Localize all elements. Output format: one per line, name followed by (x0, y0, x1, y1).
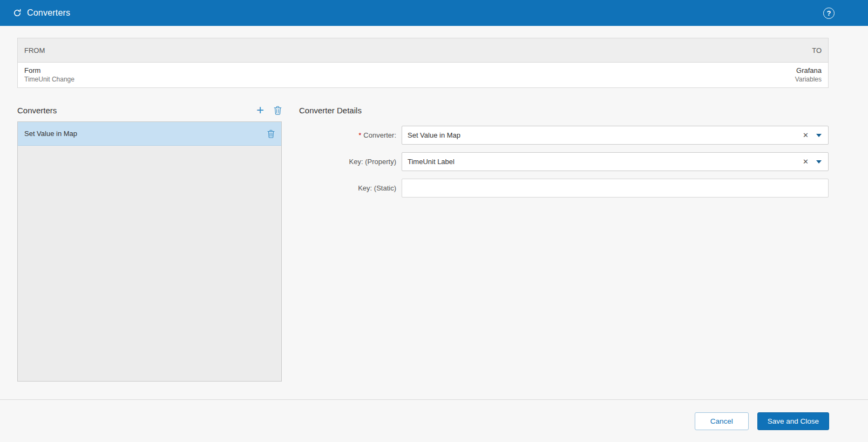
clear-icon[interactable]: ✕ (799, 132, 812, 139)
key-static-input[interactable] (402, 179, 829, 198)
key-property-combobox-value: TimeUnit Label (402, 158, 799, 166)
converter-list-item[interactable]: Set Value in Map (18, 122, 281, 146)
mapping-table: FROM TO Form TimeUnit Change Grafana Var… (17, 38, 829, 88)
converters-panel-title: Converters (17, 106, 256, 115)
save-and-close-button[interactable]: Save and Close (757, 412, 829, 430)
footer-bar: Cancel Save and Close (0, 399, 868, 442)
mapping-from-cell: Form TimeUnit Change (24, 66, 74, 83)
cancel-button[interactable]: Cancel (695, 412, 749, 430)
key-static-field-row: Key: (Static) (299, 179, 829, 198)
help-icon[interactable]: ? (823, 8, 835, 19)
converter-details-panel: Converter Details *Converter: Set Value … (299, 103, 829, 382)
mapping-row: Form TimeUnit Change Grafana Variables (18, 63, 828, 87)
chevron-down-icon[interactable] (816, 134, 822, 137)
clear-icon[interactable]: ✕ (799, 158, 812, 165)
add-converter-button[interactable]: + (256, 105, 264, 115)
delete-converters-button[interactable] (274, 106, 282, 115)
key-property-combobox[interactable]: TimeUnit Label ✕ (402, 152, 829, 171)
converter-field-label: *Converter: (299, 131, 402, 139)
from-type: Form (24, 66, 74, 75)
mapping-table-header: FROM TO (18, 38, 828, 63)
converter-field-row: *Converter: Set Value in Map ✕ (299, 126, 829, 145)
converter-item-label: Set Value in Map (24, 130, 267, 138)
mapping-to-cell: Grafana Variables (795, 66, 822, 83)
to-type: Grafana (795, 66, 822, 75)
sync-icon (13, 9, 22, 17)
app-header-left: Converters (13, 8, 823, 18)
key-property-field-label: Key: (Property) (299, 158, 402, 166)
key-static-field-label: Key: (Static) (299, 184, 402, 192)
converter-list: Set Value in Map (17, 121, 282, 382)
to-column-header: TO (812, 46, 822, 55)
from-column-header: FROM (24, 46, 45, 55)
chevron-down-icon[interactable] (816, 160, 822, 164)
app-header: Converters ? (0, 0, 868, 26)
from-name: TimeUnit Change (24, 76, 74, 84)
converter-combobox-value: Set Value in Map (402, 131, 799, 139)
converter-details-title: Converter Details (299, 103, 829, 117)
converters-panel: Converters + Set Value in Map (17, 103, 282, 382)
main-content: FROM TO Form TimeUnit Change Grafana Var… (0, 26, 868, 399)
key-property-field-row: Key: (Property) TimeUnit Label ✕ (299, 152, 829, 171)
converter-combobox[interactable]: Set Value in Map ✕ (402, 126, 829, 145)
delete-converter-item-button[interactable] (267, 130, 275, 138)
to-name: Variables (795, 76, 822, 84)
page-title: Converters (27, 8, 70, 18)
required-asterisk: * (358, 131, 361, 139)
